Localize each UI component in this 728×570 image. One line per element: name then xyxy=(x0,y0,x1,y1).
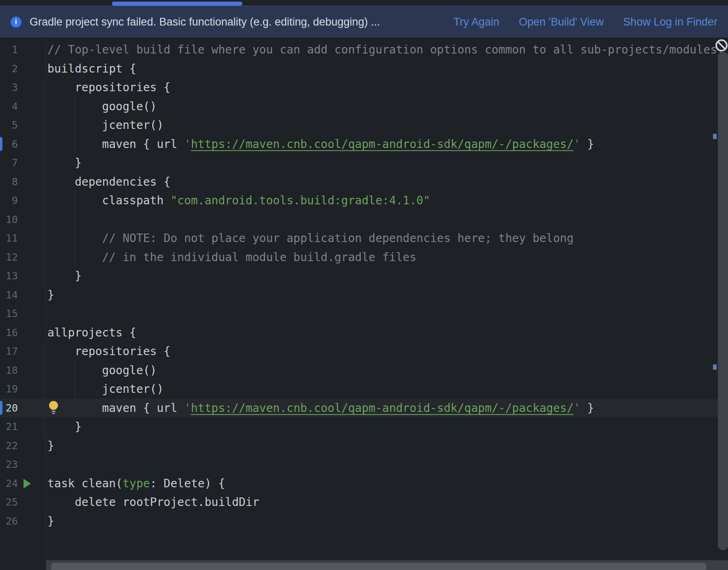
line-number: 22 xyxy=(0,439,18,451)
line-number: 4 xyxy=(0,100,18,112)
line-number: 15 xyxy=(0,308,18,319)
code-text: google() xyxy=(47,363,157,377)
code-line-25[interactable]: 25 delete rootProject.buildDir xyxy=(0,493,728,512)
code-line-9[interactable]: 9 classpath "com.android.tools.build:gra… xyxy=(0,191,728,210)
code-line-2[interactable]: 2buildscript { xyxy=(0,59,728,78)
code-line-1[interactable]: 1// Top-level build file where you can a… xyxy=(0,40,728,59)
code-text: jcenter() xyxy=(47,118,164,132)
line-number: 6 xyxy=(0,138,18,150)
code-text: } xyxy=(47,269,81,283)
code-line-5[interactable]: 5 jcenter() xyxy=(0,116,728,135)
line-number: 26 xyxy=(0,515,18,527)
sync-progress-bar xyxy=(112,2,242,6)
banner-message: Gradle project sync failed. Basic functi… xyxy=(30,16,380,28)
code-line-16[interactable]: 16allprojects { xyxy=(0,323,728,342)
line-number: 12 xyxy=(0,251,18,263)
banner-actions: Try Again Open 'Build' View Show Log in … xyxy=(454,16,728,28)
code-line-13[interactable]: 13 } xyxy=(0,266,728,285)
run-icon[interactable] xyxy=(22,478,32,491)
line-number: 3 xyxy=(0,81,18,93)
line-number: 21 xyxy=(0,421,18,433)
code-line-14[interactable]: 14} xyxy=(0,285,728,304)
line-number: 17 xyxy=(0,345,18,357)
code-line-19[interactable]: 19 jcenter() xyxy=(0,379,728,399)
code-line-8[interactable]: 8 dependencies { xyxy=(0,172,728,191)
line-number: 5 xyxy=(0,119,18,131)
code-editor[interactable]: 1// Top-level build file where you can a… xyxy=(0,38,728,570)
line-number: 11 xyxy=(0,232,18,244)
code-line-24[interactable]: 24task clean(type: Delete) { xyxy=(0,474,728,493)
code-text: // NOTE: Do not place your application d… xyxy=(47,231,574,245)
line-number: 8 xyxy=(0,176,18,187)
line-number: 18 xyxy=(0,364,18,376)
code-text: delete rootProject.buildDir xyxy=(47,495,259,509)
action-show-log-in-finder[interactable]: Show Log in Finder xyxy=(623,16,717,28)
line-number: 16 xyxy=(0,326,18,338)
code-text: buildscript { xyxy=(47,62,136,75)
line-number: 1 xyxy=(0,44,18,56)
code-text: maven { url 'https://maven.cnb.cool/qapm… xyxy=(47,137,594,150)
code-text: } xyxy=(47,514,54,527)
code-text: jcenter() xyxy=(47,382,164,396)
ide-window: i Gradle project sync failed. Basic func… xyxy=(0,0,728,570)
code-line-17[interactable]: 17 repositories { xyxy=(0,342,728,361)
code-text: // Top-level build file where you can ad… xyxy=(47,43,724,56)
no-inspections-icon[interactable] xyxy=(714,38,728,53)
code-line-15[interactable]: 15 xyxy=(0,304,728,323)
horizontal-scrollbar[interactable] xyxy=(51,563,706,570)
code-text: } xyxy=(47,420,81,433)
code-text: // in the individual module build.gradle… xyxy=(47,250,416,264)
vertical-scrollbar[interactable] xyxy=(718,52,728,550)
line-number: 20 xyxy=(0,402,18,414)
line-number: 19 xyxy=(0,383,18,395)
code-line-10[interactable]: 10 xyxy=(0,210,728,229)
progress-track xyxy=(0,0,728,6)
code-text: google() xyxy=(47,99,157,113)
code-text: classpath "com.android.tools.build:gradl… xyxy=(47,194,430,207)
code-line-7[interactable]: 7 } xyxy=(0,153,728,172)
code-line-11[interactable]: 11 // NOTE: Do not place your applicatio… xyxy=(0,229,728,248)
code-line-26[interactable]: 26} xyxy=(0,512,728,531)
code-line-22[interactable]: 22} xyxy=(0,436,728,455)
error-stripe-mark[interactable] xyxy=(713,134,717,139)
line-number: 24 xyxy=(0,477,18,489)
line-number: 23 xyxy=(0,459,18,470)
code-line-21[interactable]: 21 } xyxy=(0,417,728,436)
info-icon: i xyxy=(11,17,21,28)
code-text: task clean(type: Delete) { xyxy=(47,476,225,490)
code-text: } xyxy=(47,439,54,452)
line-number: 7 xyxy=(0,157,18,169)
horizontal-scrollbar-track[interactable] xyxy=(46,560,728,570)
code-text: dependencies { xyxy=(47,175,170,188)
code-lines: 1// Top-level build file where you can a… xyxy=(0,40,728,530)
code-text: repositories { xyxy=(47,345,170,358)
line-number: 14 xyxy=(0,289,18,300)
gradle-sync-banner: i Gradle project sync failed. Basic func… xyxy=(0,6,728,38)
code-line-18[interactable]: 18 google() xyxy=(0,361,728,380)
line-number: 25 xyxy=(0,496,18,508)
code-text: repositories { xyxy=(47,81,170,94)
action-open-build-view[interactable]: Open 'Build' View xyxy=(519,16,604,28)
code-line-3[interactable]: 3 repositories { xyxy=(0,78,728,97)
line-number: 10 xyxy=(0,213,18,225)
line-number: 13 xyxy=(0,270,18,282)
error-stripe-mark[interactable] xyxy=(713,364,717,370)
code-line-6[interactable]: 6 maven { url 'https://maven.cnb.cool/qa… xyxy=(0,135,728,154)
line-number: 9 xyxy=(0,195,18,206)
code-text: maven { url 'https://maven.cnb.cool/qapm… xyxy=(47,401,594,414)
code-text: } xyxy=(47,156,81,169)
code-text: allprojects { xyxy=(47,326,136,339)
code-line-12[interactable]: 12 // in the individual module build.gra… xyxy=(0,248,728,267)
code-line-23[interactable]: 23 xyxy=(0,455,728,474)
code-line-4[interactable]: 4 google() xyxy=(0,97,728,116)
code-line-20[interactable]: 20 maven { url 'https://maven.cnb.cool/q… xyxy=(0,399,728,418)
line-number: 2 xyxy=(0,62,18,74)
action-try-again[interactable]: Try Again xyxy=(454,16,499,28)
code-text: } xyxy=(47,288,54,301)
